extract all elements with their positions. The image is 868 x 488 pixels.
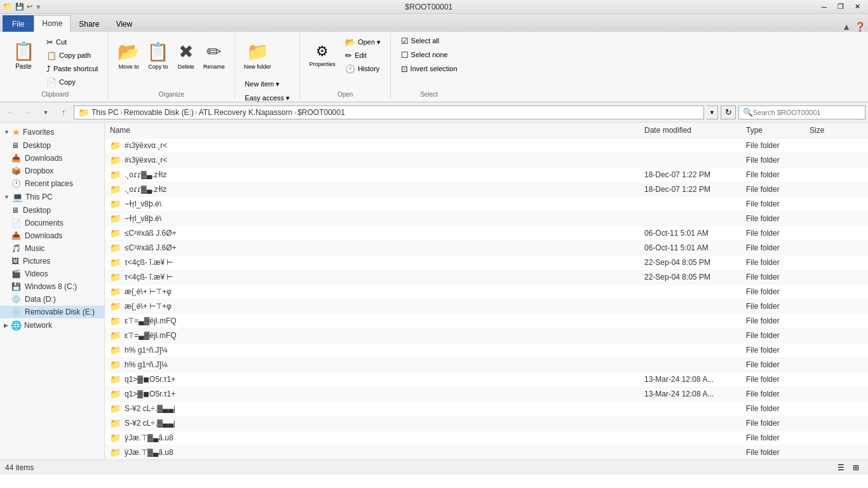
table-row[interactable]: 📁 .¸oɾɾ▓▄.zɫlz 18-Dec-07 1:22 PM File fo… [105,168,868,182]
copy-icon: 📄 [46,78,57,87]
sidebar-item-downloads[interactable]: 📥 Downloads [0,152,104,165]
file-name-cell: 📁 h% g1ⁿñ.J]¼ [105,358,639,371]
sidebar-favorites-header[interactable]: ▼ ★ Favorites [0,125,104,139]
sidebar-item-videos[interactable]: 🎬 Videos [0,268,104,280]
table-row[interactable]: 📁 æ{¸è\+ ⊢⊤+φ File folder [105,299,868,314]
copy-path-button[interactable]: 📋 Copy path [42,49,102,62]
new-folder-button[interactable]: 📁 New folder [240,34,275,76]
table-row[interactable]: 📁 h% g1ⁿñ.J]¼ File folder [105,358,868,372]
folder-icon: 📁 [110,184,121,194]
path-atl-recovery[interactable]: ATL Recovery K.Napassorn [199,108,292,117]
search-input[interactable] [753,109,861,116]
table-row[interactable]: 📁 h% g1ⁿñ.J]¼ File folder [105,343,868,358]
file-name-text: #ɩ3ÿëxvα.¸r< [125,141,167,150]
col-date-header[interactable]: Date modified [639,124,741,137]
sidebar-item-pc-downloads[interactable]: 📥 Downloads [0,229,104,242]
sidebar-item-windows-c[interactable]: 💾 Windows 8 (C:) [0,280,104,293]
rename-button[interactable]: ✏ Rename [200,34,228,76]
table-row[interactable]: 📁 #ɩ3ÿëxvα.¸r< File folder [105,139,868,153]
table-row[interactable]: 📁 q1>▓◼O5r.τ1+ 13-Mar-24 12:08 A... File… [105,372,868,387]
move-to-icon: 📂 [118,41,140,62]
copy-button[interactable]: 📄 Copy [42,76,102,88]
history-button[interactable]: 🕐 History [341,62,385,75]
copy-to-button[interactable]: 📋 Copy to [144,34,172,76]
path-root[interactable]: $ROOT00001 [297,108,345,117]
large-icon-view-button[interactable]: ⊞ [849,461,863,474]
sidebar-item-removable-e[interactable]: 💿 Removable Disk (E:) [0,306,104,318]
paste-shortcut-button[interactable]: ⤴ Paste shortcut [42,62,102,75]
file-date-cell [639,446,741,459]
sidebar-item-documents[interactable]: 📄 Documents [0,217,104,229]
table-row[interactable]: 📁 #ɩ3ÿëxvα.¸r< File folder [105,153,868,168]
table-row[interactable]: 📁 τ<4çß- ĩ.æ¥ ⊢ 22-Sep-04 8:05 PM File f… [105,270,868,285]
file-list-container[interactable]: Name Date modified Type Size 📁 #ɩ3ÿëxvα.… [105,123,868,459]
sidebar-item-pc-desktop[interactable]: 🖥 Desktop [0,204,104,217]
tab-share[interactable]: Share [71,15,107,32]
open-button[interactable]: 📂 Open ▾ [341,36,385,48]
table-row[interactable]: 📁 ÿJæ.⊤▓▄ã.u8 File folder [105,445,868,459]
sidebar-item-music[interactable]: 🎵 Music [0,242,104,255]
quick-access-dropdown[interactable]: ▼ [35,3,42,11]
tab-home[interactable]: Home [34,15,71,32]
recent-locations-button[interactable]: ▼ [38,105,53,120]
file-name-text: #ɩ3ÿëxvα.¸r< [125,156,167,165]
table-row[interactable]: 📁 .¸oɾɾ▓▄.zɫlz 18-Dec-07 1:22 PM File fo… [105,182,868,197]
sidebar-network-header[interactable]: ▶ 🌐 Network [0,318,104,332]
table-row[interactable]: 📁 q1>▓◼O5r.τ1+ 13-Mar-24 12:08 A... File… [105,387,868,402]
col-type-header[interactable]: Type [741,124,804,137]
folder-icon: 📁 [110,287,121,297]
tab-file[interactable]: File [3,15,34,32]
table-row[interactable]: 📁 ÿJæ.⊤▓▄ã.u8 File folder [105,431,868,445]
table-row[interactable]: 📁 ~ɫŗl_v8þ.è\ File folder [105,212,868,226]
paste-button[interactable]: 📋 Paste [8,34,39,76]
maximize-button[interactable]: ❐ [832,1,849,13]
file-name-text: ≤C²#xäß J.6Ø+ [125,229,177,238]
table-row[interactable]: 📁 τ<4çß- ĩ.æ¥ ⊢ 22-Sep-04 8:05 PM File f… [105,255,868,270]
file-type-cell: File folder [741,344,804,356]
file-name-text: S-¥2 cL÷.▓▄▄j [125,404,175,413]
table-row[interactable]: 📁 S-¥2 cL÷.▓▄▄j File folder [105,402,868,416]
sidebar-item-dropbox[interactable]: 📦 Dropbox [0,165,104,177]
edit-button[interactable]: ✏ Edit [341,49,385,62]
file-name-text: æ{¸è\+ ⊢⊤+φ [125,302,172,311]
close-button[interactable]: ✕ [849,1,865,13]
col-name-header[interactable]: Name [105,124,639,137]
sidebar-item-recent-places[interactable]: 🕐 Recent places [0,177,104,190]
easy-access-button[interactable]: Easy access ▾ [240,92,294,104]
refresh-button[interactable]: ↻ [721,105,736,119]
network-arrow: ▶ [4,322,8,329]
table-row[interactable]: 📁 ε⊤=▄▓ëjl.mFQ File folder [105,329,868,343]
ribbon-collapse-btn[interactable]: ▲ [842,22,851,32]
sidebar-this-pc-header[interactable]: ▼ 💻 This PC [0,190,104,204]
invert-selection-button[interactable]: ⊡ Invert selection [397,62,462,75]
table-row[interactable]: 📁 ε⊤=▄▓ëjl.mFQ File folder [105,314,868,329]
new-folder-icon: 📁 [247,41,269,62]
new-item-button[interactable]: New item ▾ [240,78,284,90]
table-row[interactable]: 📁 S-¥2 cL÷.▓▄▄j File folder [105,416,868,431]
address-path[interactable]: 📁 This PC › Removable Disk (E:) › ATL Re… [74,105,704,119]
delete-button[interactable]: ✖ Delete [173,34,199,76]
table-row[interactable]: 📁 æ{¸è\+ ⊢⊤+φ File folder [105,285,868,299]
up-button[interactable]: ↑ [56,105,71,120]
minimize-button[interactable]: ─ [816,1,832,13]
details-view-button[interactable]: ☰ [834,461,848,474]
tab-view[interactable]: View [107,15,140,32]
path-removable-disk[interactable]: Removable Disk (E:) [124,108,194,117]
table-row[interactable]: 📁 ≤C²#xäß J.6Ø+ 06-Oct-11 5:01 AM File f… [105,226,868,241]
forward-button[interactable]: → [20,105,36,120]
address-dropdown-btn[interactable]: ▼ [707,105,718,119]
help-btn[interactable]: ❓ [855,22,865,32]
back-button[interactable]: ← [3,105,18,120]
table-row[interactable]: 📁 ≤C²#xäß J.6Ø+ 06-Oct-11 5:01 AM File f… [105,241,868,255]
sidebar-item-pictures[interactable]: 🖼 Pictures [0,255,104,268]
table-row[interactable]: 📁 ~ɫŗl_v8þ.è\ File folder [105,197,868,212]
move-to-button[interactable]: 📂 Move to [115,34,143,76]
sidebar-item-data-d[interactable]: 💿 Data (D:) [0,293,104,306]
cut-button[interactable]: ✂ Cut [42,36,102,48]
col-size-header[interactable]: Size [804,124,868,137]
sidebar-item-desktop[interactable]: 🖥 Desktop [0,139,104,152]
path-this-pc[interactable]: This PC [92,108,119,117]
select-none-button[interactable]: ☐ Select none [397,48,452,61]
properties-button[interactable]: ⚙ Properties [305,34,339,76]
select-all-button[interactable]: ☑ Select all [397,34,444,47]
